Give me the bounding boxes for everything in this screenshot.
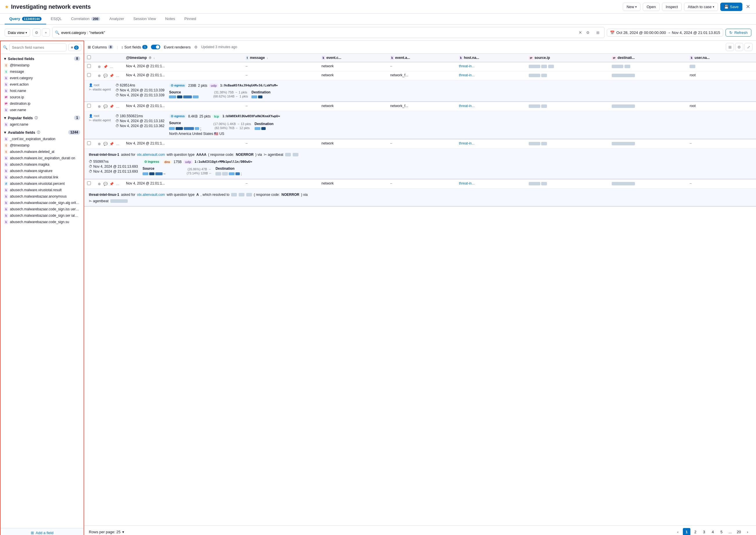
field-item-abusech-code-issuer[interactable]: k abusech.malwarebazaar.code_sign.iss ue… bbox=[1, 206, 84, 212]
pin-icon[interactable]: 📌 bbox=[109, 141, 114, 147]
page-4-button[interactable]: 4 bbox=[709, 528, 716, 535]
search-share-icon[interactable]: ⊞ bbox=[594, 28, 602, 37]
next-page-button[interactable]: › bbox=[744, 528, 751, 535]
page-5-button[interactable]: 5 bbox=[718, 528, 725, 535]
open-button[interactable]: Open bbox=[643, 3, 660, 11]
tab-notes[interactable]: Notes bbox=[160, 14, 180, 24]
field-filter-button[interactable]: ≡ 0 bbox=[68, 44, 81, 51]
more-icon[interactable]: … bbox=[115, 141, 120, 147]
th-message[interactable]: t message ↓ bbox=[243, 54, 318, 62]
field-item-abusech-vt-pct[interactable]: # abusech.malware.virustotal.percent bbox=[1, 181, 84, 187]
page-2-button[interactable]: 2 bbox=[691, 528, 699, 535]
expand-icon[interactable]: ⊕ bbox=[97, 141, 102, 147]
field-item-abusech-vt-result[interactable]: k abusech.malware.virustotal.result bbox=[1, 187, 84, 193]
add-filter-button[interactable]: + bbox=[42, 28, 50, 37]
pin-icon[interactable]: 📌 bbox=[109, 181, 114, 186]
expand-icon[interactable]: ⊕ bbox=[97, 104, 102, 109]
new-button[interactable]: New ▾ bbox=[623, 3, 640, 11]
th-host-name[interactable]: k host.na... bbox=[456, 54, 526, 62]
row-checkbox[interactable] bbox=[87, 64, 91, 68]
field-item-host-name[interactable]: k host.name bbox=[1, 88, 84, 94]
tab-analyzer[interactable]: Analyzer bbox=[105, 14, 129, 24]
field-item-abusech-code-su[interactable]: k abusech.malwarebazaar.code_sign.su bbox=[1, 219, 84, 225]
popular-fields-section-header[interactable]: ▾ Popular fields ⓘ 1 bbox=[1, 113, 84, 121]
selected-fields-section-header[interactable]: ▾ Selected fields 8 bbox=[1, 54, 84, 62]
page-3-button[interactable]: 3 bbox=[700, 528, 708, 535]
field-item-timestamp-avail[interactable]: t @timestamp bbox=[1, 142, 84, 149]
select-all-checkbox[interactable] bbox=[87, 55, 91, 59]
add-field-button[interactable]: ⊞ Add a field bbox=[1, 528, 84, 535]
prev-page-button[interactable]: ‹ bbox=[674, 528, 682, 535]
th-source-ip[interactable]: IP source.ip bbox=[526, 54, 609, 62]
field-item-abusech-anon[interactable]: k abusech.malwarebazaar.anonymous bbox=[1, 193, 84, 200]
th-destination[interactable]: IP destinati... bbox=[609, 54, 686, 62]
field-item-agent-name[interactable]: k agent.name bbox=[1, 121, 84, 128]
inspect-button[interactable]: Inspect bbox=[662, 3, 682, 11]
tab-session-view[interactable]: Session View bbox=[129, 14, 160, 24]
search-settings-icon[interactable]: ⚙ bbox=[584, 28, 592, 37]
tab-pinned[interactable]: Pinned bbox=[180, 14, 201, 24]
field-item-destination-ip[interactable]: IP destination.ip bbox=[1, 100, 84, 107]
chat-icon[interactable]: 💬 bbox=[103, 181, 108, 186]
field-item-abusech-deleted[interactable]: t abusech.malware.deleted_at bbox=[1, 149, 84, 155]
filter-button[interactable]: ⚙ bbox=[33, 28, 41, 37]
rows-per-page-selector[interactable]: Rows per page: 25 ▾ bbox=[89, 530, 124, 534]
expand-icon[interactable]: ⊕ bbox=[97, 73, 102, 78]
date-range-picker[interactable]: 📅 Oct 28, 2024 @ 00:00:00.000 → Nov 4, 2… bbox=[607, 29, 723, 37]
pin-icon[interactable]: 📌 bbox=[109, 104, 114, 109]
field-item-source-ip[interactable]: IP source.ip bbox=[1, 94, 84, 100]
tab-correlation[interactable]: Correlation 200 bbox=[67, 14, 105, 24]
th-user-name[interactable]: k user.na... bbox=[686, 54, 756, 62]
row-checkbox[interactable] bbox=[87, 141, 91, 145]
more-icon[interactable]: … bbox=[115, 181, 120, 186]
th-event-category[interactable]: k event.c... bbox=[318, 54, 387, 62]
th-checkbox bbox=[84, 54, 94, 62]
field-item-user-name[interactable]: k user.name bbox=[1, 107, 84, 113]
close-button[interactable]: ✕ bbox=[745, 2, 751, 11]
field-item-message[interactable]: t message bbox=[1, 69, 84, 75]
field-item-abusech-ioc-exp[interactable]: k abusech.malware.ioc_expiration_durati … bbox=[1, 155, 84, 161]
search-input[interactable] bbox=[61, 30, 577, 35]
row-checkbox[interactable] bbox=[87, 104, 91, 108]
pin-icon[interactable]: 📌 bbox=[103, 64, 108, 69]
tab-query[interactable]: Query 113469144 bbox=[5, 14, 46, 24]
row-checkbox[interactable] bbox=[87, 181, 91, 185]
th-timestamp[interactable]: @timestamp ⏱ ↓ bbox=[123, 54, 243, 62]
chat-icon[interactable]: 💬 bbox=[103, 73, 108, 78]
field-item-conf-ioc[interactable]: k _conf.ioc_expiration_duration bbox=[1, 136, 84, 142]
more-icon[interactable]: … bbox=[115, 73, 120, 78]
field-item-abusech-code-serial[interactable]: k abusech.malwarebazaar.code_sign.ser ia… bbox=[1, 212, 84, 219]
pin-icon[interactable]: 📌 bbox=[109, 73, 114, 78]
table-settings-icon[interactable]: ⚙ bbox=[735, 43, 743, 51]
clear-search-button[interactable]: ✕ bbox=[579, 30, 582, 35]
chat-icon[interactable]: 💬 bbox=[103, 104, 108, 109]
page-1-button[interactable]: 1 bbox=[683, 528, 690, 535]
table-fullscreen-icon[interactable]: ⤢ bbox=[744, 43, 752, 51]
row-checkbox[interactable] bbox=[87, 73, 91, 77]
save-button[interactable]: 💾 Save bbox=[720, 3, 742, 11]
expand-icon[interactable]: ⊕ bbox=[97, 181, 102, 186]
event-renderers-toggle[interactable] bbox=[151, 45, 160, 49]
field-item-abusech-signature[interactable]: k abusech.malware.signature bbox=[1, 168, 84, 174]
more-icon[interactable]: … bbox=[115, 104, 120, 109]
th-event-action[interactable]: k event.a... bbox=[387, 54, 456, 62]
field-item-event-action[interactable]: k event.action bbox=[1, 81, 84, 88]
expand-icon[interactable]: ⊕ bbox=[97, 64, 102, 69]
attach-to-case-button[interactable]: Attach to case ▾ bbox=[684, 3, 718, 11]
table-layout-icon[interactable]: ⊞ bbox=[726, 43, 734, 51]
tab-esql[interactable]: ES|QL bbox=[46, 14, 67, 24]
field-item-event-category[interactable]: k event.category bbox=[1, 75, 84, 81]
more-icon[interactable]: … bbox=[109, 64, 114, 69]
refresh-button[interactable]: ↻ Refresh bbox=[726, 29, 751, 37]
field-item-timestamp[interactable]: t @timestamp bbox=[1, 62, 84, 69]
chat-icon[interactable]: 💬 bbox=[103, 141, 108, 147]
field-item-abusech-vt-link[interactable]: k abusech.malware.virustotal.link bbox=[1, 174, 84, 181]
sort-fields-button[interactable]: ↕ Sort fields 1 bbox=[121, 45, 148, 49]
field-item-abusech-code-alg[interactable]: k abusech.malwarebazaar.code_sign.alg or… bbox=[1, 200, 84, 206]
page-20-button[interactable]: 20 bbox=[735, 528, 742, 535]
columns-button[interactable]: ⊞ Columns 8 bbox=[88, 45, 113, 49]
field-search-input[interactable] bbox=[9, 43, 67, 51]
data-view-button[interactable]: Data view ▾ bbox=[5, 29, 30, 37]
field-item-abusech-magika[interactable]: k abusech.malware.magika bbox=[1, 161, 84, 168]
available-fields-section-header[interactable]: ▾ Available fields ⓘ 1244 bbox=[1, 128, 84, 136]
